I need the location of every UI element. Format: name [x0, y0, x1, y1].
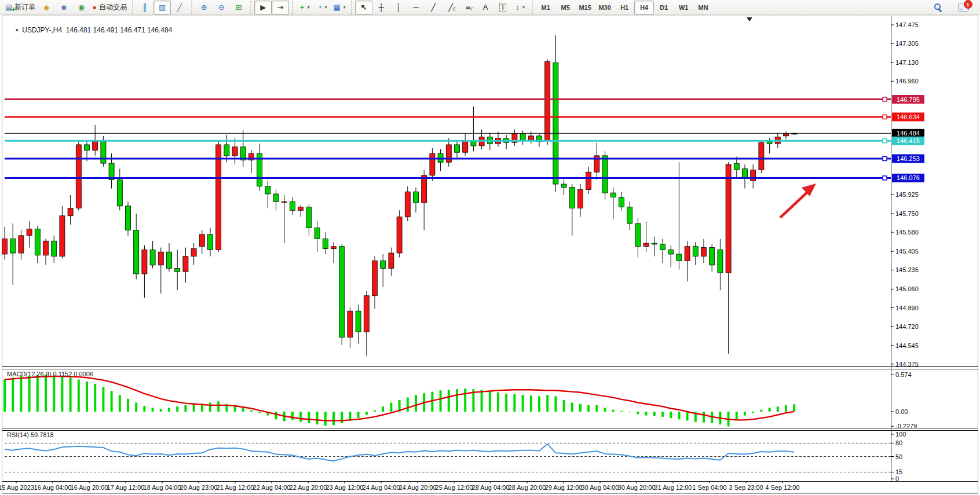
trendline-button[interactable]: ╱ [425, 1, 442, 14]
bar-chart-button[interactable]: ║ [136, 1, 153, 14]
price-axis-tick: 144.720 [895, 323, 919, 330]
periods-button[interactable]: ◔▾ [313, 1, 331, 14]
tf-m5-button[interactable]: M5 [555, 1, 575, 14]
resistance-line-1-handle[interactable] [883, 97, 887, 101]
current-price-line-price-label: 146.484 [897, 130, 920, 137]
collapse-icon[interactable]: ▼ [14, 28, 19, 33]
price-axis-tick: 145.405 [895, 248, 919, 255]
rsi-axis-tick: 50 [895, 453, 902, 460]
crosshair-button[interactable]: ┼ [372, 1, 390, 14]
arrows-button[interactable]: ↕▾ [511, 1, 529, 14]
toolbar-group-chart-type: ║▥╱ [132, 1, 191, 14]
chevron-down-icon: ▾ [325, 5, 327, 10]
channel-button[interactable]: ╱E [442, 1, 459, 14]
rsi-axis-tick: 80 [895, 439, 902, 446]
vertical-line-button[interactable]: │ [390, 1, 407, 14]
date-axis-label: 20 Aug 23:00 [180, 484, 218, 491]
resistance-line-2-handle[interactable] [883, 115, 887, 119]
macd-axis-tick: 0.574 [895, 371, 912, 378]
signals-icon: ◉ [78, 3, 85, 11]
tf-h4-button[interactable]: H4 [634, 1, 654, 14]
cursor-icon: ↖ [361, 3, 367, 11]
text-button[interactable]: A [477, 1, 494, 14]
tf-m1-button[interactable]: M1 [536, 1, 555, 14]
auto-trading-icon: ● [92, 3, 97, 11]
date-axis-label: 24 Aug 20:00 [399, 484, 437, 491]
tf-mn-button[interactable]: MN [693, 1, 713, 14]
chart-shift-button[interactable]: ⇥ [272, 1, 289, 14]
auto-scroll-button[interactable]: ▶ [254, 1, 272, 14]
tf-m30-button[interactable]: M30 [595, 1, 615, 14]
text-label-button[interactable]: T [494, 1, 511, 14]
rsi-axis-tick: 15 [895, 468, 902, 475]
date-axis-label: 25 Aug 12:00 [436, 484, 473, 491]
support-line-1-price-label: 146.253 [897, 155, 920, 162]
chevron-down-icon: ▾ [307, 5, 309, 10]
new-order-button[interactable]: ▤+新订单 [3, 1, 38, 14]
teal-level-line-handle[interactable] [883, 139, 887, 143]
date-axis-label: 30 Aug 04:00 [582, 484, 619, 491]
channel-icon: ╱E [448, 3, 453, 11]
macd-axis-tick: 0.00 [895, 408, 908, 415]
metatrader-window: ▤+新订单◆☻◉●自动交易║▥╱⊕⊖⊞▶⇥+▾◔▾▦▾↖┼│─╱╱E≡FAT↕▾… [0, 0, 980, 495]
price-axis-tick: 147.305 [895, 40, 919, 47]
zoom-in-button[interactable]: ⊕ [195, 1, 213, 14]
indicators-button[interactable]: +▾ [296, 1, 313, 14]
chart-canvas[interactable]: 146.795146.634146.484146.415146.253146.0… [0, 0, 980, 495]
tf-w1-button-label: W1 [679, 4, 689, 11]
profile-icon: ☻ [60, 3, 68, 11]
toolbar: ▤+新订单◆☻◉●自动交易║▥╱⊕⊖⊞▶⇥+▾◔▾▦▾↖┼│─╱╱E≡FAT↕▾… [0, 0, 980, 15]
fibonacci-button[interactable]: ≡F [459, 1, 477, 14]
support-line-1-handle[interactable] [883, 156, 887, 160]
profile-button[interactable]: ☻ [55, 1, 72, 14]
date-axis-label: 3 Sep 23:00 [729, 484, 763, 491]
chevron-down-icon: ▾ [343, 5, 346, 10]
symbol-period-label: USDJPY-,H4 [22, 26, 62, 34]
bar-chart-icon: ║ [142, 3, 148, 11]
tf-d1-button-label: D1 [660, 4, 668, 11]
templates-button[interactable]: ▦▾ [331, 1, 348, 14]
tf-m1-button-label: M1 [542, 4, 550, 11]
trendline-icon: ╱ [431, 3, 436, 11]
signals-button[interactable]: ◉ [72, 1, 90, 14]
tf-m15-button[interactable]: M15 [575, 1, 595, 14]
date-axis-label: 21 Aug 12:00 [217, 484, 254, 491]
price-axis-tick: 144.375 [895, 361, 919, 368]
tf-m5-button-label: M5 [561, 4, 570, 11]
text-icon: A [483, 3, 488, 11]
tf-h1-button[interactable]: H1 [615, 1, 634, 14]
auto-trading-button[interactable]: ●自动交易 [90, 1, 129, 14]
toolbar-group-trade: ▤+新订单◆☻◉●自动交易 [0, 1, 132, 14]
tile-windows-button[interactable]: ⊞ [230, 1, 247, 14]
price-axis-tick: 145.580 [895, 229, 919, 236]
macd-axis-tick: -0.2279 [895, 423, 917, 430]
tf-d1-button[interactable]: D1 [654, 1, 674, 14]
notifications-button[interactable]: 1 [955, 1, 972, 14]
crosshair-icon: ┼ [379, 3, 384, 11]
zoom-in-icon: ⊕ [201, 3, 207, 11]
arrows-icon: ↕ [515, 3, 520, 11]
price-axis-tick: 144.890 [895, 305, 919, 311]
history-center-button[interactable]: ◆ [38, 1, 55, 14]
price-axis-tick: 146.960 [895, 78, 919, 85]
price-axis-tick: 147.475 [895, 21, 919, 28]
date-axis-label: 4 Sep 12:00 [765, 484, 799, 491]
support-line-2-handle[interactable] [883, 176, 887, 180]
price-axis-tick: 145.925 [895, 191, 919, 198]
resistance-line-1-price-label: 146.795 [897, 96, 920, 103]
horizontal-line-button[interactable]: ─ [407, 1, 425, 14]
new-order-icon: ▤+ [5, 3, 12, 11]
cursor-button[interactable]: ↖ [355, 1, 372, 14]
auto-trading-button-label: 自动交易 [99, 2, 127, 12]
date-axis-label: 1 Sep 04:00 [692, 484, 726, 491]
toolbar-group-objects: ↖┼│─╱╱E≡FAT↕▾ [351, 1, 532, 14]
candle-chart-button[interactable]: ▥ [153, 1, 171, 14]
date-axis-label: 15 Aug 2023 [0, 484, 34, 491]
date-axis-label: 22 Aug 04:00 [253, 484, 291, 491]
zoom-out-icon: ⊖ [218, 3, 225, 11]
auto-scroll-icon: ▶ [260, 3, 266, 11]
tf-w1-button[interactable]: W1 [674, 1, 693, 14]
line-chart-button[interactable]: ╱ [171, 1, 188, 14]
zoom-out-button[interactable]: ⊖ [213, 1, 230, 14]
search-button[interactable] [929, 1, 946, 14]
